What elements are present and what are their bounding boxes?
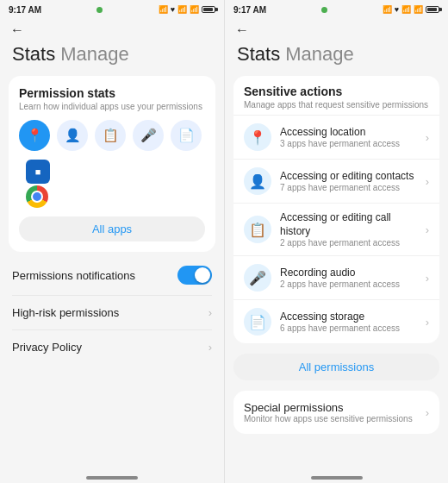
status-bar-right: 9:17 AM 📶 ♥ 📶 📶 [225, 0, 448, 17]
notes-icon[interactable]: 📋 [95, 120, 126, 151]
permission-icons-row: 📍 👤 📋 🎤 📄 [19, 120, 205, 151]
mic-icon[interactable]: 🎤 [133, 120, 164, 151]
call-history-perm-icon: 📋 [244, 216, 271, 243]
recording-audio-text: Recording audio 2 apps have permanent ac… [280, 267, 417, 290]
bluetooth-icon-r: 📶 [383, 5, 392, 14]
special-permissions-row[interactable]: Special permissions Monitor how apps use… [233, 391, 439, 434]
recording-audio-row[interactable]: 🎤 Recording audio 2 apps have permanent … [233, 255, 439, 299]
accessing-call-history-row[interactable]: 📋 Accessing or editing call history 2 ap… [233, 203, 439, 255]
heart-icon: ♥ [171, 5, 175, 14]
back-button-left[interactable]: ← [10, 22, 24, 38]
accessing-storage-row[interactable]: 📄 Accessing storage 6 apps have permanen… [233, 299, 439, 343]
left-panel: 9:17 AM 📶 ♥ 📶 📶 ← Stats Manage Permissio… [0, 0, 224, 483]
contacts-row-chevron: › [426, 175, 429, 188]
right-panel: 9:17 AM 📶 ♥ 📶 📶 ← Stats Manage Sensitive… [224, 0, 448, 483]
title-stats-left: Stats [12, 43, 55, 66]
audio-row-chevron: › [426, 272, 429, 285]
all-apps-button[interactable]: All apps [19, 216, 205, 242]
accessing-contacts-text: Accessing or editing contacts 7 apps hav… [280, 170, 417, 193]
status-bar-left: 9:17 AM 📶 ♥ 📶 📶 [0, 0, 224, 17]
contacts-perm-icon: 👤 [244, 167, 271, 195]
location-icon-active[interactable]: 📍 [19, 120, 50, 151]
top-bar-right: ← [225, 17, 448, 41]
green-dot-left [96, 7, 103, 13]
battery-icon-right [426, 6, 439, 13]
title-stats-right: Stats [237, 43, 280, 66]
audio-perm-icon: 🎤 [244, 264, 271, 292]
bottom-bar-left [0, 467, 224, 483]
title-manage-left: Manage [60, 43, 129, 66]
signal-icon: 📶 [177, 5, 187, 14]
green-dot-right [321, 7, 327, 13]
accessing-call-history-desc: 2 apps have permanent access [280, 238, 417, 248]
high-risk-permissions-row[interactable]: High-risk permissions › [0, 296, 224, 329]
time-left: 9:17 AM [9, 5, 41, 15]
app-icon-blue: ■ [26, 160, 50, 184]
accessing-location-text: Accessing location 3 apps have permanent… [280, 126, 417, 149]
recording-audio-name: Recording audio [280, 267, 417, 280]
location-perm-icon: 📍 [244, 123, 271, 151]
special-permissions-subtitle: Monitor how apps use sensitive permissio… [244, 414, 413, 423]
heart-icon-r: ♥ [395, 5, 399, 14]
signal-icon-r: 📶 [401, 5, 411, 14]
status-icons-left: 📶 ♥ 📶 📶 [159, 5, 215, 14]
permission-stats-card: Permission stats Learn how individual ap… [9, 76, 215, 252]
wifi-icon: 📶 [190, 5, 199, 14]
status-icons-right: 📶 ♥ 📶 📶 [383, 5, 439, 14]
accessing-call-history-text: Accessing or editing call history 2 apps… [280, 211, 417, 248]
high-risk-chevron-icon: › [208, 306, 212, 319]
bluetooth-icon: 📶 [159, 5, 168, 14]
permission-stats-subtitle: Learn how individual apps use your permi… [19, 102, 205, 111]
time-right: 9:17 AM [233, 5, 266, 15]
accessing-storage-desc: 6 apps have permanent access [280, 323, 417, 333]
top-bar-left: ← [0, 17, 224, 41]
title-manage-right: Manage [285, 43, 354, 66]
battery-icon-left [202, 6, 215, 13]
special-permissions-chevron-icon: › [426, 406, 429, 419]
bottom-bar-right [225, 467, 448, 483]
recording-audio-desc: 2 apps have permanent access [280, 279, 417, 289]
high-risk-permissions-label: High-risk permissions [12, 306, 119, 319]
special-permissions-text: Special permissions Monitor how apps use… [244, 401, 413, 423]
privacy-policy-row[interactable]: Privacy Policy › [0, 330, 224, 364]
permission-stats-title: Permission stats [19, 86, 205, 100]
special-permissions-title: Special permissions [244, 401, 413, 414]
all-permissions-button[interactable]: All permissions [233, 354, 439, 380]
special-permissions-card: Special permissions Monitor how apps use… [233, 391, 439, 434]
back-button-right[interactable]: ← [235, 22, 249, 38]
accessing-location-desc: 3 apps have permanent access [280, 139, 417, 148]
wifi-icon-r: 📶 [414, 5, 423, 14]
accessing-location-name: Accessing location [280, 126, 417, 140]
call-history-row-chevron: › [426, 223, 429, 236]
accessing-storage-text: Accessing storage 6 apps have permanent … [280, 310, 417, 334]
accessing-location-row[interactable]: 📍 Accessing location 3 apps have permane… [233, 115, 439, 159]
page-title-left: Stats Manage [0, 41, 224, 72]
permissions-notifications-row[interactable]: Permissions notifications [0, 255, 224, 295]
accessing-contacts-desc: 7 apps have permanent access [280, 183, 417, 192]
apps-visual: ■ [19, 151, 205, 213]
storage-row-chevron: › [426, 316, 429, 329]
sensitive-actions-subtitle: Manage apps that request sensitive permi… [233, 100, 439, 115]
sensitive-actions-card: Sensitive actions Manage apps that reque… [233, 76, 439, 343]
home-indicator-left [86, 476, 138, 480]
storage-icon[interactable]: 📄 [171, 120, 202, 151]
privacy-policy-label: Privacy Policy [12, 341, 82, 354]
location-row-chevron: › [426, 131, 429, 144]
app-icon-chrome [26, 185, 48, 208]
permissions-notifications-toggle[interactable] [177, 266, 212, 285]
accessing-contacts-name: Accessing or editing contacts [280, 170, 417, 184]
home-indicator-right [311, 476, 363, 480]
accessing-storage-name: Accessing storage [280, 310, 417, 324]
accessing-call-history-name: Accessing or editing call history [280, 211, 417, 238]
permissions-notifications-label: Permissions notifications [12, 269, 135, 282]
accessing-contacts-row[interactable]: 👤 Accessing or editing contacts 7 apps h… [233, 159, 439, 203]
person-icon[interactable]: 👤 [57, 120, 88, 151]
storage-perm-icon: 📄 [244, 308, 271, 336]
sensitive-actions-title: Sensitive actions [233, 85, 439, 100]
privacy-policy-chevron-icon: › [208, 341, 212, 354]
page-title-right: Stats Manage [225, 41, 448, 72]
